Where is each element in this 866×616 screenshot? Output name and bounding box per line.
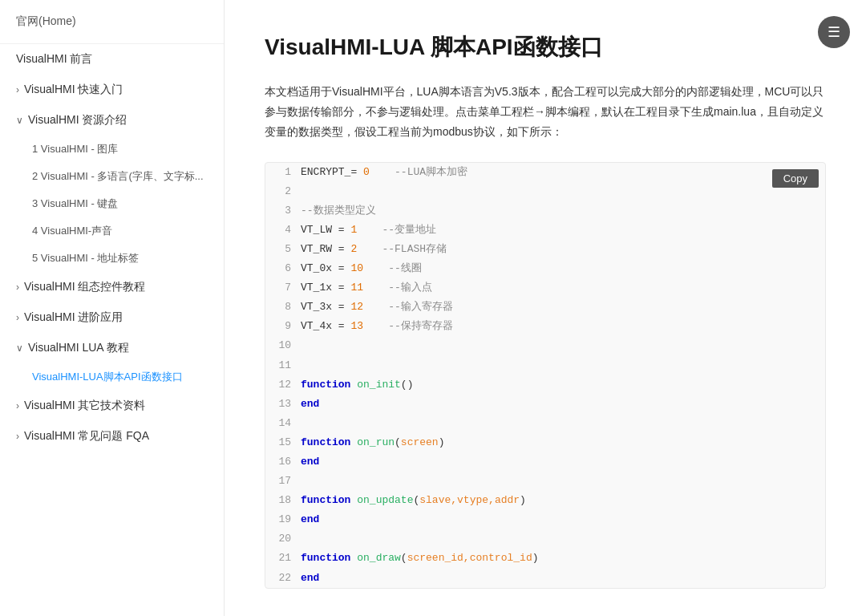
line-number: 20 [265, 530, 301, 548]
line-number: 22 [265, 569, 301, 587]
code-line: 12function on_init() [265, 375, 825, 395]
chevron-right-icon5: › [16, 431, 19, 442]
line-content: end [301, 569, 825, 587]
sidebar-item-lua-api[interactable]: VisualHMI-LUA脚本API函数接口 [0, 363, 224, 391]
code-line: 8VT_3x = 12 --输入寄存器 [265, 298, 825, 317]
code-line: 3--数据类型定义 [265, 201, 825, 221]
code-line: 11 [265, 356, 825, 375]
code-line: 15function on_run(screen) [265, 433, 825, 452]
line-number: 7 [265, 279, 301, 297]
sidebar-item-intro[interactable]: VisualHMI 前言 [0, 44, 224, 75]
line-content: end [301, 511, 825, 529]
line-number: 9 [265, 318, 301, 335]
chevron-right-icon2: › [16, 282, 19, 293]
sidebar-item-resources[interactable]: ∨ VisualHMI 资源介绍 [0, 105, 224, 136]
fqa-label: VisualHMI 常见问题 FQA [24, 429, 149, 444]
sidebar-item-res2[interactable]: 2 VisualHMI - 多语言(字库、文字标... [0, 163, 224, 190]
line-number: 5 [265, 241, 301, 258]
chevron-down-icon2: ∨ [16, 342, 23, 354]
sidebar-item-advanced[interactable]: › VisualHMI 进阶应用 [0, 302, 224, 333]
line-number: 8 [265, 298, 301, 316]
code-container: Copy 1ENCRYPT_= 0 --LUA脚本加密23--数据类型定义4VT… [265, 162, 826, 589]
line-number: 21 [265, 549, 301, 567]
code-line: 18function on_update(slave,vtype,addr) [265, 491, 825, 510]
advanced-label: VisualHMI 进阶应用 [24, 310, 123, 325]
sidebar-item-res4[interactable]: 4 VisualHMI-声音 [0, 217, 224, 245]
chevron-right-icon4: › [16, 400, 19, 411]
code-line: 17 [265, 472, 825, 491]
code-line: 19end [265, 510, 825, 529]
code-block: 1ENCRYPT_= 0 --LUA脚本加密23--数据类型定义4VT_LW =… [265, 163, 825, 588]
line-content: VT_3x = 12 --输入寄存器 [301, 298, 825, 316]
sidebar: 官网(Home) VisualHMI 前言 › VisualHMI 快速入门 ∨… [0, 0, 225, 616]
line-number: 2 [265, 183, 301, 201]
line-content: function on_run(screen) [301, 434, 825, 452]
line-content: VT_4x = 13 --保持寄存器 [301, 318, 825, 335]
sidebar-item-tech[interactable]: › VisualHMI 其它技术资料 [0, 391, 224, 421]
line-number: 17 [265, 472, 301, 490]
sidebar-item-fqa[interactable]: › VisualHMI 常见问题 FQA [0, 421, 224, 452]
line-number: 18 [265, 492, 301, 509]
sidebar-item-lua[interactable]: ∨ VisualHMI LUA 教程 [0, 333, 224, 363]
line-content: VT_1x = 11 --输入点 [301, 279, 825, 297]
line-number: 11 [265, 357, 301, 375]
line-number: 19 [265, 511, 301, 529]
code-line: 5VT_RW = 2 --FLASH存储 [265, 240, 825, 259]
code-line: 10 [265, 336, 825, 355]
line-content: VT_LW = 1 --变量地址 [301, 221, 825, 239]
line-number: 3 [265, 202, 301, 220]
line-number: 14 [265, 415, 301, 432]
code-line: 16end [265, 452, 825, 472]
copy-button[interactable]: Copy [772, 169, 819, 188]
sidebar-item-quickstart[interactable]: › VisualHMI 快速入门 [0, 75, 224, 105]
code-line: 20 [265, 529, 825, 549]
line-content: ENCRYPT_= 0 --LUA脚本加密 [301, 164, 825, 181]
page-title: VisualHMI-LUA 脚本API函数接口 [265, 32, 826, 63]
chevron-down-icon: ∨ [16, 115, 23, 126]
page-description: 本文档适用于VisualHMI平台，LUA脚本语言为V5.3版本，配合工程可以完… [265, 82, 826, 143]
code-line: 22end [265, 569, 825, 588]
line-content: --数据类型定义 [301, 202, 825, 220]
code-line: 21function on_draw(screen_id,control_id) [265, 549, 825, 568]
line-number: 16 [265, 453, 301, 471]
line-number: 15 [265, 434, 301, 452]
quickstart-label: VisualHMI 快速入门 [24, 83, 123, 97]
components-label: VisualHMI 组态控件教程 [24, 280, 145, 294]
chevron-right-icon: › [16, 84, 19, 95]
line-content: end [301, 395, 825, 413]
hamburger-icon: ☰ [828, 23, 840, 41]
code-line: 4VT_LW = 1 --变量地址 [265, 221, 825, 240]
line-content: VT_0x = 10 --线圈 [301, 260, 825, 278]
code-line: 9VT_4x = 13 --保持寄存器 [265, 317, 825, 336]
line-number: 1 [265, 164, 301, 181]
line-content: function on_draw(screen_id,control_id) [301, 549, 825, 567]
lua-label: VisualHMI LUA 教程 [28, 341, 129, 355]
sidebar-item-res5[interactable]: 5 VisualHMI - 地址标签 [0, 245, 224, 272]
chevron-right-icon3: › [16, 312, 19, 323]
main-content: VisualHMI-LUA 脚本API函数接口 本文档适用于VisualHMI平… [225, 0, 866, 616]
line-number: 6 [265, 260, 301, 278]
code-line: 14 [265, 414, 825, 433]
code-line: 1ENCRYPT_= 0 --LUA脚本加密 [265, 163, 825, 182]
line-number: 10 [265, 337, 301, 355]
sidebar-item-res1[interactable]: 1 VisualHMI - 图库 [0, 136, 224, 163]
line-content: function on_update(slave,vtype,addr) [301, 492, 825, 509]
resources-label: VisualHMI 资源介绍 [28, 113, 127, 128]
line-content: VT_RW = 2 --FLASH存储 [301, 241, 825, 258]
code-line: 7VT_1x = 11 --输入点 [265, 278, 825, 298]
line-content: end [301, 453, 825, 471]
sidebar-item-res3[interactable]: 3 VisualHMI - 键盘 [0, 190, 224, 217]
code-line: 2 [265, 182, 825, 201]
sidebar-home-link[interactable]: 官网(Home) [0, 0, 224, 44]
tech-label: VisualHMI 其它技术资料 [24, 399, 145, 413]
code-line: 6VT_0x = 10 --线圈 [265, 259, 825, 278]
line-number: 12 [265, 376, 301, 394]
line-number: 4 [265, 221, 301, 239]
menu-fab-button[interactable]: ☰ [818, 16, 850, 48]
line-content: function on_init() [301, 376, 825, 394]
intro-label: VisualHMI 前言 [16, 52, 92, 67]
line-number: 13 [265, 395, 301, 413]
code-line: 13end [265, 395, 825, 414]
sidebar-item-components[interactable]: › VisualHMI 组态控件教程 [0, 272, 224, 302]
